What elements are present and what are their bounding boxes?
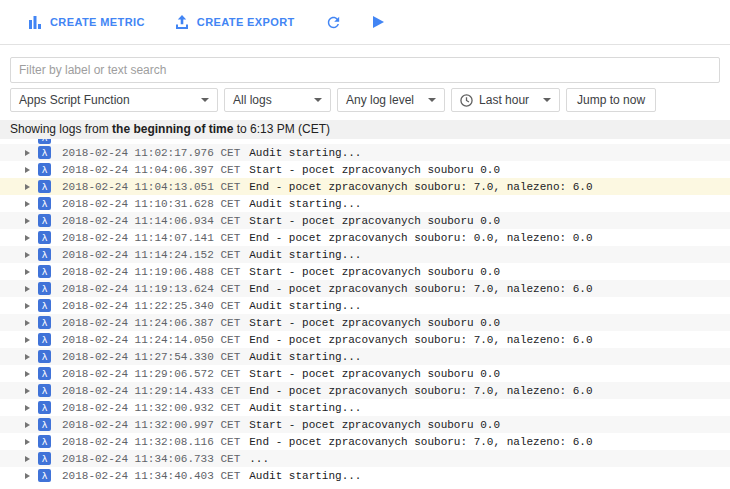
log-row[interactable]: λ 2018-02-24 11:14:07.141 CET End - poce… <box>0 229 730 246</box>
apps-script-lambda-icon: λ <box>38 384 51 397</box>
log-row[interactable]: λ 2018-02-24 11:32:00.997 CET Start - po… <box>0 416 730 433</box>
expand-row-icon[interactable] <box>25 269 30 275</box>
log-row[interactable]: λ 2018-02-24 11:04:06.397 CET Start - po… <box>0 161 730 178</box>
expand-row-icon[interactable] <box>25 371 30 377</box>
apps-script-lambda-icon: λ <box>38 435 51 448</box>
create-metric-button[interactable]: CREATE METRIC <box>28 16 145 29</box>
expand-row-icon[interactable] <box>25 150 30 156</box>
log-message: End - pocet zpracovanych souboru: 7.0, n… <box>249 385 592 397</box>
apps-script-lambda-icon: λ <box>38 316 51 329</box>
expand-row-icon[interactable] <box>25 235 30 241</box>
expand-row-icon[interactable] <box>25 184 30 190</box>
expand-row-icon[interactable] <box>25 388 30 394</box>
log-timestamp: 2018-02-24 11:14:07.141 CET <box>62 232 240 244</box>
time-range-dropdown[interactable]: Last hour <box>451 88 560 112</box>
status-text-suffix: to 6:13 PM (CET) <box>237 122 330 136</box>
expand-row-icon[interactable] <box>25 354 30 360</box>
log-message: Audit starting... <box>249 351 361 363</box>
expand-row-icon[interactable] <box>25 286 30 292</box>
log-message: End - pocet zpracovanych souboru: 7.0, n… <box>249 181 592 193</box>
expand-row-icon[interactable] <box>25 439 30 445</box>
resource-selector-dropdown[interactable]: Apps Script Function <box>10 88 218 112</box>
expand-row-icon[interactable] <box>25 473 30 479</box>
log-message: Start - pocet zpracovanych souboru 0.0 <box>249 419 500 431</box>
expand-row-icon[interactable] <box>25 337 30 343</box>
apps-script-lambda-icon: λ <box>38 333 51 346</box>
apps-script-lambda-icon: λ <box>38 367 51 380</box>
apps-script-lambda-icon: λ <box>38 139 51 144</box>
log-row[interactable]: λ 2018-02-24 11:27:54.330 CET Audit star… <box>0 348 730 365</box>
log-row[interactable]: λ 2018-02-24 11:34:06.733 CET ... <box>0 450 730 467</box>
apps-script-lambda-icon: λ <box>38 452 51 465</box>
chevron-down-icon <box>543 98 551 102</box>
log-row[interactable]: λ 2018-02-24 11:10:31.628 CET Audit star… <box>0 195 730 212</box>
apps-script-lambda-icon: λ <box>38 469 51 482</box>
log-row[interactable]: λ 2018-02-24 11:29:14.433 CET End - poce… <box>0 382 730 399</box>
log-timestamp: 2018-02-24 11:34:40.403 CET <box>62 470 240 482</box>
log-row[interactable]: λ 2018-02-24 11:02:17.976 CET Audit star… <box>0 144 730 161</box>
log-message: Audit starting... <box>249 198 361 210</box>
expand-row-icon[interactable] <box>25 201 30 207</box>
play-stream-logs-button[interactable] <box>372 15 385 29</box>
play-icon <box>372 15 385 29</box>
log-row[interactable]: λ 2018-02-24 11:32:00.932 CET Audit star… <box>0 399 730 416</box>
create-metric-label: CREATE METRIC <box>50 16 145 28</box>
log-row[interactable]: λ 2018-02-24 11:19:13.624 CET End - poce… <box>0 280 730 297</box>
chevron-down-icon <box>201 98 209 102</box>
log-timestamp: 2018-02-24 11:27:54.330 CET <box>62 351 240 363</box>
apps-script-lambda-icon: λ <box>38 214 51 227</box>
expand-row-icon[interactable] <box>25 320 30 326</box>
upload-icon <box>175 15 189 29</box>
log-row[interactable]: λ 2018-02-24 11:22:25.340 CET Audit star… <box>0 297 730 314</box>
expand-row-icon[interactable] <box>25 405 30 411</box>
expand-row-icon[interactable] <box>25 422 30 428</box>
log-timestamp: 2018-02-24 11:10:31.628 CET <box>62 198 240 210</box>
log-row[interactable]: λ 2018-02-24 11:29:06.572 CET Start - po… <box>0 365 730 382</box>
bar-chart-icon <box>28 16 42 29</box>
log-message: Start - pocet zpracovanych souboru 0.0 <box>249 317 500 329</box>
log-row[interactable]: λ 2018-02-24 11:19:06.488 CET Start - po… <box>0 263 730 280</box>
log-timestamp: 2018-02-24 11:04:06.397 CET <box>62 164 240 176</box>
filter-selectors-row: Apps Script Function All logs Any log le… <box>10 88 720 112</box>
log-message: Audit starting... <box>249 249 361 261</box>
log-level-dropdown[interactable]: Any log level <box>337 88 445 112</box>
expand-row-icon[interactable] <box>25 167 30 173</box>
log-row[interactable]: λ 2018-02-24 11:24:14.050 CET End - poce… <box>0 331 730 348</box>
log-timestamp: 2018-02-24 11:14:06.934 CET <box>62 215 240 227</box>
log-message: Start - pocet zpracovanych souboru 0.0 <box>249 368 500 380</box>
log-row[interactable]: λ 2018-02-24 11:14:06.934 CET Start - po… <box>0 212 730 229</box>
logs-selector-dropdown[interactable]: All logs <box>224 88 331 112</box>
chevron-down-icon <box>428 98 436 102</box>
log-row[interactable]: λ 2018-02-24 11:34:40.403 CET Audit star… <box>0 467 730 484</box>
chevron-down-icon <box>314 98 322 102</box>
log-timestamp: 2018-02-24 11:14:24.152 CET <box>62 249 240 261</box>
apps-script-lambda-icon: λ <box>38 197 51 210</box>
log-toolbar: CREATE METRIC CREATE EXPORT <box>0 0 730 45</box>
log-message: Start - pocet zpracovanych souboru 0.0 <box>249 266 500 278</box>
expand-row-icon[interactable] <box>25 303 30 309</box>
log-row[interactable]: λ 2018-02-24 11:24:06.387 CET Start - po… <box>0 314 730 331</box>
apps-script-lambda-icon: λ <box>38 231 51 244</box>
refresh-button[interactable] <box>325 14 342 31</box>
log-message: Audit starting... <box>249 300 361 312</box>
apps-script-lambda-icon: λ <box>38 146 51 159</box>
log-timestamp: 2018-02-24 11:29:06.572 CET <box>62 368 240 380</box>
jump-to-now-label: Jump to now <box>577 93 645 107</box>
log-row[interactable]: λ 2018-02-24 11:04:13.051 CET End - poce… <box>0 178 730 195</box>
log-message: End - pocet zpracovanych souboru: 0.0, n… <box>249 232 592 244</box>
expand-row-icon[interactable] <box>25 456 30 462</box>
log-message: Audit starting... <box>249 402 361 414</box>
log-message: ... <box>249 453 269 465</box>
log-row[interactable]: λ 2018-02-24 11:32:08.116 CET End - poce… <box>0 433 730 450</box>
expand-row-icon[interactable] <box>25 252 30 258</box>
log-timestamp: 2018-02-24 11:32:00.997 CET <box>62 419 240 431</box>
log-list: λ λ 2018-02-24 11:02:17.976 CET Audit st… <box>0 139 730 484</box>
log-timestamp: 2018-02-24 11:04:13.051 CET <box>62 181 240 193</box>
log-row[interactable]: λ 2018-02-24 11:14:24.152 CET Audit star… <box>0 246 730 263</box>
expand-row-icon[interactable] <box>25 218 30 224</box>
log-message: Audit starting... <box>249 470 361 482</box>
time-range-value: Last hour <box>479 93 529 107</box>
filter-search-input[interactable] <box>10 57 720 83</box>
create-export-button[interactable]: CREATE EXPORT <box>175 15 295 29</box>
jump-to-now-button[interactable]: Jump to now <box>566 88 656 112</box>
